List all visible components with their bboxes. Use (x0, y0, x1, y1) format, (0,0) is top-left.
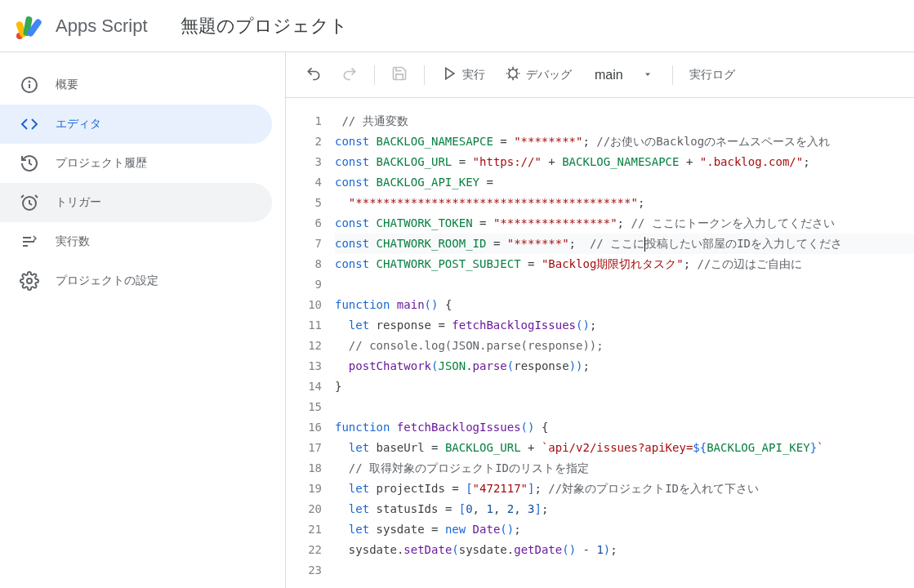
code-area[interactable]: 1234567891011121314151617181920212223 //… (286, 98, 914, 588)
caret-down-icon (643, 68, 653, 82)
sidebar-item-history[interactable]: プロジェクト履歴 (0, 144, 272, 183)
sidebar-item-label: トリガー (56, 195, 101, 210)
svg-line-8 (21, 195, 24, 198)
svg-point-13 (27, 278, 32, 283)
editor-area: 実行 デバッグ main 実行ログ 1234567891011121314151… (286, 52, 914, 588)
sidebar-item-editor[interactable]: エディタ (0, 105, 272, 144)
run-label: 実行 (462, 68, 485, 82)
redo-button[interactable] (335, 60, 364, 90)
line-gutter: 1234567891011121314151617181920212223 (286, 111, 335, 588)
code-icon (20, 114, 39, 134)
code-content[interactable]: // 共通変数const BACKLOG_NAMESAPCE = "******… (335, 111, 914, 588)
svg-marker-14 (446, 68, 454, 78)
sidebar-item-triggers[interactable]: トリガー (0, 183, 272, 222)
run-button[interactable]: 実行 (435, 60, 492, 90)
function-selector[interactable]: main (585, 60, 662, 90)
sidebar-item-overview[interactable]: 概要 (0, 65, 272, 105)
logo-area: Apps Script (13, 10, 148, 42)
apps-script-logo-icon (13, 10, 46, 42)
history-icon (20, 154, 39, 173)
sidebar-item-label: プロジェクト履歴 (56, 156, 147, 171)
debug-label: デバッグ (526, 68, 572, 82)
list-icon (20, 232, 39, 252)
sidebar-item-executions[interactable]: 実行数 (0, 222, 272, 261)
svg-marker-16 (645, 73, 650, 76)
toolbar-separator (424, 65, 425, 85)
execution-log-button[interactable]: 実行ログ (683, 60, 742, 90)
save-button[interactable] (385, 60, 414, 90)
sidebar: 概要 エディタ プロジェクト履歴 トリガー 実行数 (0, 52, 286, 588)
log-label: 実行ログ (689, 68, 735, 82)
save-icon (391, 65, 408, 84)
sidebar-item-settings[interactable]: プロジェクトの設定 (0, 261, 272, 301)
info-icon (20, 75, 39, 95)
undo-icon (305, 65, 322, 84)
redo-icon (341, 65, 358, 84)
play-icon (441, 65, 457, 84)
debug-button[interactable]: デバッグ (498, 60, 578, 90)
brand-name: Apps Script (56, 16, 148, 37)
main-area: 概要 エディタ プロジェクト履歴 トリガー 実行数 (0, 52, 914, 588)
sidebar-item-label: エディタ (56, 117, 101, 131)
sidebar-item-label: 概要 (56, 78, 78, 92)
undo-button[interactable] (299, 60, 328, 90)
toolbar-separator (672, 65, 673, 85)
sidebar-item-label: 実行数 (56, 234, 90, 249)
sidebar-item-label: プロジェクトの設定 (56, 274, 158, 288)
function-selected: main (595, 68, 623, 82)
toolbar: 実行 デバッグ main 実行ログ (286, 52, 914, 98)
alarm-icon (20, 193, 39, 212)
debug-icon (505, 65, 521, 84)
app-header: Apps Script 無題のプロジェクト (0, 0, 914, 52)
svg-point-6 (29, 82, 30, 82)
gear-icon (20, 271, 39, 291)
project-title[interactable]: 無題のプロジェクト (181, 14, 348, 38)
svg-line-9 (35, 195, 38, 198)
toolbar-separator (374, 65, 375, 85)
